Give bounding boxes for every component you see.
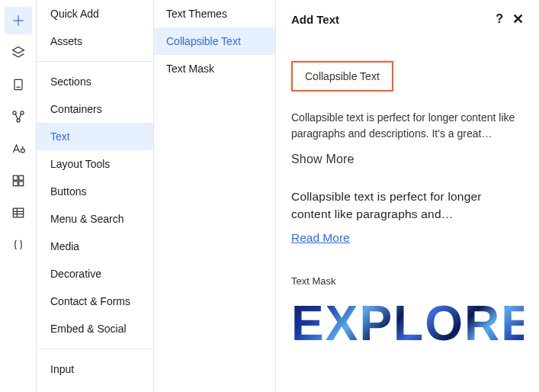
close-icon[interactable]: ✕ xyxy=(512,11,524,27)
svg-marker-2 xyxy=(12,47,24,53)
read-more-link[interactable]: Read More xyxy=(291,231,350,245)
panel-title: Add Text xyxy=(291,13,496,26)
cat-buttons[interactable]: Buttons xyxy=(37,178,153,205)
svg-rect-13 xyxy=(18,182,23,186)
typography-icon[interactable] xyxy=(5,135,32,162)
layers-icon[interactable] xyxy=(5,39,32,66)
cat-contact-forms[interactable]: Contact & Forms xyxy=(37,288,153,315)
svg-rect-14 xyxy=(13,208,23,217)
code-icon[interactable] xyxy=(5,231,32,259)
svg-rect-11 xyxy=(18,175,23,180)
svg-rect-3 xyxy=(14,79,22,89)
collapsible-desc-2: Collapsible text is perfect for longer c… xyxy=(291,188,524,223)
categories-panel: Quick Add Assets Sections Containers Tex… xyxy=(37,0,154,392)
cat-media[interactable]: Media xyxy=(37,233,153,260)
cat-sections[interactable]: Sections xyxy=(37,68,153,95)
connections-icon[interactable] xyxy=(5,103,32,130)
cat-quick-add[interactable]: Quick Add xyxy=(37,0,153,27)
svg-rect-10 xyxy=(13,175,18,180)
detail-header: Add Text ? ✕ xyxy=(276,0,539,38)
svg-point-7 xyxy=(16,119,19,122)
cat-text[interactable]: Text xyxy=(37,123,153,150)
cat-containers[interactable]: Containers xyxy=(37,95,153,123)
divider xyxy=(37,61,153,62)
cat-menu-search[interactable]: Menu & Search xyxy=(37,205,153,233)
subitems-panel: Text Themes Collapsible Text Text Mask xyxy=(154,0,276,392)
table-icon[interactable] xyxy=(5,199,32,227)
show-more-button[interactable]: Show More xyxy=(291,153,524,166)
cat-decorative[interactable]: Decorative xyxy=(37,260,153,288)
cat-assets[interactable]: Assets xyxy=(37,27,153,55)
text-mask-label: Text Mask xyxy=(291,275,524,287)
text-mask-preview[interactable]: EXPLORE xyxy=(291,299,524,348)
collapsible-desc-1: Collapsible text is perfect for longer c… xyxy=(291,110,524,142)
detail-panel: Add Text ? ✕ Collapsible Text Collapsibl… xyxy=(276,0,539,392)
cat-layout-tools[interactable]: Layout Tools xyxy=(37,150,153,178)
iconbar xyxy=(0,0,37,392)
divider xyxy=(37,349,153,349)
highlight-collapsible-text: Collapsible Text xyxy=(291,61,393,92)
cat-embed-social[interactable]: Embed & Social xyxy=(37,315,153,342)
svg-line-9 xyxy=(18,114,21,119)
sub-collapsible-text[interactable]: Collapsible Text xyxy=(154,27,275,55)
cat-input[interactable]: Input xyxy=(37,355,153,383)
sub-text-mask[interactable]: Text Mask xyxy=(154,55,275,82)
page-icon[interactable] xyxy=(5,71,32,98)
grid-icon[interactable] xyxy=(5,167,32,194)
help-icon[interactable]: ? xyxy=(496,12,503,26)
svg-rect-12 xyxy=(13,182,18,186)
sub-text-themes[interactable]: Text Themes xyxy=(154,0,275,27)
add-icon[interactable] xyxy=(5,7,32,34)
svg-line-8 xyxy=(15,114,18,119)
